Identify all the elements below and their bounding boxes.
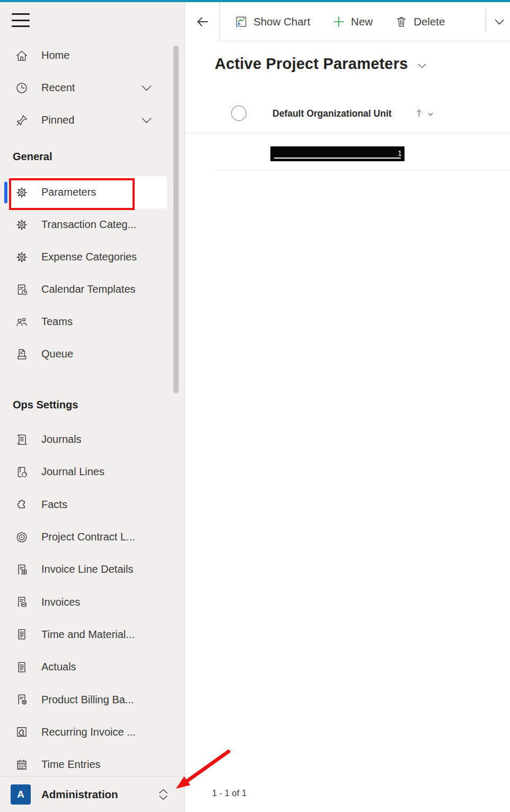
sidebar-item-label: Journal Lines bbox=[41, 466, 104, 478]
current-area-label: Administration bbox=[41, 788, 118, 801]
sidebar-scrollbar[interactable] bbox=[173, 46, 179, 394]
doc-coins-icon bbox=[15, 595, 29, 609]
puzzle-icon bbox=[15, 497, 29, 511]
sidebar-item-invoices[interactable]: Invoices bbox=[0, 586, 184, 618]
sidebar-top-nav: HomeRecentPinned bbox=[0, 39, 184, 136]
show-chart-button[interactable]: Show Chart bbox=[235, 15, 310, 28]
app-badge-initial: A bbox=[17, 789, 24, 800]
sidebar-item-teams[interactable]: Teams bbox=[0, 305, 184, 338]
sidebar-item-journal-lines[interactable]: Journal Lines bbox=[0, 456, 184, 488]
sidebar-item-label: Expense Categories bbox=[41, 251, 137, 263]
sidebar-section-general: ParametersTransaction Categ...Expense Ca… bbox=[0, 176, 184, 370]
sidebar-item-label: Journals bbox=[41, 433, 82, 446]
view-selector-chevron-down-icon[interactable] bbox=[416, 60, 428, 72]
app-badge: A bbox=[11, 784, 31, 805]
row-divider bbox=[216, 170, 261, 170]
back-arrow-icon bbox=[195, 14, 210, 29]
hamburger-icon bbox=[12, 13, 30, 15]
main-content: Show Chart New Delete Active Project Par… bbox=[186, 2, 510, 812]
gear-icon bbox=[15, 250, 29, 264]
sidebar-item-label: Facts bbox=[41, 499, 67, 511]
sidebar-item-invoice-line-details[interactable]: Invoice Line Details bbox=[0, 553, 184, 586]
sidebar-item-facts[interactable]: Facts bbox=[0, 488, 184, 521]
sidebar-item-label: Invoice Line Details bbox=[41, 563, 133, 575]
hamburger-icon bbox=[12, 20, 30, 21]
doc-lines-icon bbox=[15, 627, 29, 641]
grid-row[interactable]: 1 bbox=[186, 135, 510, 170]
sidebar-item-transaction-categ[interactable]: Transaction Categ... bbox=[0, 208, 184, 241]
new-label: New bbox=[351, 15, 373, 28]
sidebar-item-parameters[interactable]: Parameters bbox=[9, 176, 167, 208]
delete-button[interactable]: Delete bbox=[395, 15, 445, 28]
sidebar-item-recent[interactable]: Recent bbox=[0, 72, 184, 104]
sidebar-item-label: Home bbox=[41, 49, 69, 62]
app-accent-bar bbox=[0, 0, 510, 2]
view-header: Active Project Parameters bbox=[215, 55, 428, 73]
sidebar-item-label: Parameters bbox=[41, 186, 96, 198]
sidebar-item-expense-categories[interactable]: Expense Categories bbox=[0, 241, 184, 273]
sidebar-item-label: Teams bbox=[41, 316, 73, 328]
record-count-status: 1 - 1 of 1 bbox=[212, 788, 247, 798]
select-all-checkbox[interactable] bbox=[231, 106, 247, 121]
sidebar-item-project-contract-l[interactable]: Project Contract L... bbox=[0, 521, 184, 553]
sidebar-item-home[interactable]: Home bbox=[0, 39, 184, 72]
row-divider bbox=[263, 170, 510, 170]
sidebar-section-ops-settings: JournalsJournal LinesFactsProject Contra… bbox=[0, 423, 184, 781]
hamburger-menu-button[interactable] bbox=[12, 13, 30, 27]
sidebar-item-pinned[interactable]: Pinned bbox=[0, 104, 184, 136]
sidebar-section-title-ops-settings: Ops Settings bbox=[0, 394, 184, 415]
back-button[interactable] bbox=[195, 14, 210, 29]
chevron-down-icon[interactable] bbox=[139, 80, 154, 95]
sidebar-item-label: Queue bbox=[41, 348, 73, 360]
grid-header-border bbox=[186, 132, 510, 133]
receipt-icon bbox=[15, 347, 29, 361]
hamburger-icon bbox=[12, 25, 30, 27]
doc-lines-icon bbox=[15, 660, 29, 674]
grid-header-row: Default Organizational Unit bbox=[186, 104, 510, 124]
area-switcher-icon bbox=[156, 784, 170, 805]
column-header-default-organizational-unit[interactable]: Default Organizational Unit bbox=[272, 108, 392, 119]
gear-icon bbox=[15, 186, 29, 199]
redacted-cell-value[interactable]: 1 bbox=[270, 146, 405, 161]
sidebar-item-label: Transaction Categ... bbox=[41, 219, 136, 231]
sidebar-item-recurring-invoice[interactable]: Recurring Invoice ... bbox=[0, 716, 184, 748]
sidebar-item-label: Time Entries bbox=[41, 758, 101, 771]
sidebar-section-title-general: General bbox=[0, 146, 184, 167]
sidebar-item-queue[interactable]: Queue bbox=[0, 338, 184, 370]
toolbar-divider bbox=[486, 10, 486, 31]
page-title: Active Project Parameters bbox=[215, 55, 408, 73]
doc-arrow-icon bbox=[15, 563, 29, 577]
trash-icon bbox=[395, 15, 408, 28]
show-chart-label: Show Chart bbox=[253, 15, 310, 28]
sidebar-item-label: Recent bbox=[41, 82, 75, 94]
area-footer: A Administration bbox=[0, 776, 184, 812]
command-bar: Show Chart New Delete bbox=[186, 2, 510, 41]
chevron-down-icon[interactable] bbox=[139, 112, 154, 128]
sidebar-item-time-and-material[interactable]: Time and Material... bbox=[0, 618, 184, 651]
people-icon bbox=[15, 315, 29, 329]
back-column bbox=[186, 2, 219, 41]
sidebar-item-calendar-templates[interactable]: Calendar Templates bbox=[0, 273, 184, 305]
command-bar-buttons: Show Chart New Delete bbox=[219, 2, 510, 41]
sidebar-item-label: Recurring Invoice ... bbox=[41, 726, 136, 738]
sidebar-item-actuals[interactable]: Actuals bbox=[0, 651, 184, 683]
plus-icon bbox=[332, 15, 345, 28]
new-button[interactable]: New bbox=[332, 15, 373, 28]
sidebar-item-label: Time and Material... bbox=[41, 628, 135, 641]
area-switcher-button[interactable] bbox=[156, 784, 170, 805]
pin-icon bbox=[15, 113, 29, 127]
target-icon bbox=[15, 530, 29, 544]
sidebar-item-label: Pinned bbox=[41, 114, 74, 126]
calendar-clock-icon bbox=[15, 283, 29, 296]
column-menu-chevron-down-icon[interactable] bbox=[427, 110, 434, 118]
scroll-icon bbox=[15, 433, 29, 447]
sitemap-sidebar: HomeRecentPinned General ParametersTrans… bbox=[0, 2, 185, 812]
sidebar-item-product-billing-ba[interactable]: Product Billing Ba... bbox=[0, 683, 184, 715]
home-icon bbox=[15, 49, 29, 63]
redacted-link-underline bbox=[274, 158, 401, 159]
sidebar-item-journals[interactable]: Journals bbox=[0, 423, 184, 456]
delete-label: Delete bbox=[414, 15, 445, 28]
redacted-cell-badge: 1 bbox=[398, 149, 402, 159]
sidebar-item-label: Project Contract L... bbox=[41, 531, 135, 543]
command-bar-overflow-button[interactable] bbox=[493, 15, 506, 29]
